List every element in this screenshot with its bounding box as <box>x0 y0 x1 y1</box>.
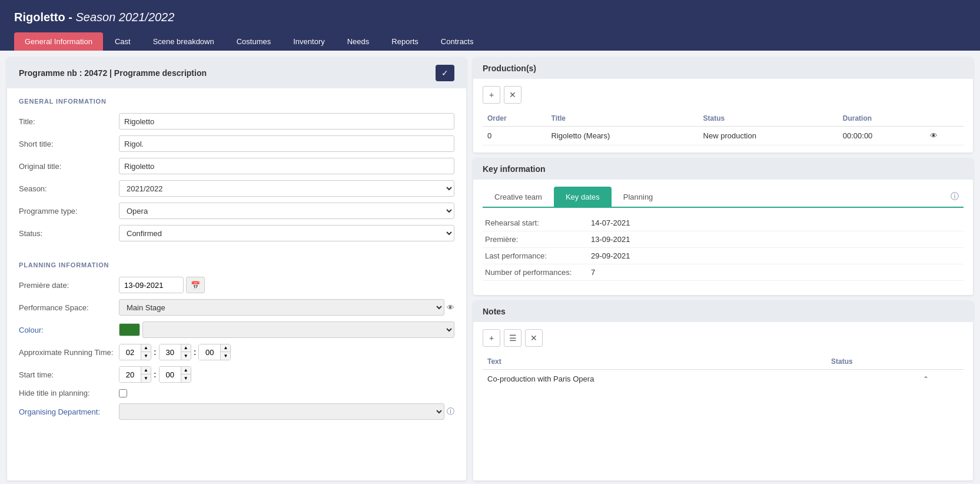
main-content: Programme nb : 20472 | Programme descrip… <box>0 51 980 484</box>
organising-dept-select[interactable] <box>119 403 444 420</box>
row-status: New production <box>699 127 838 145</box>
performance-space-select[interactable]: Main Stage <box>119 299 444 316</box>
colour-label: Colour: <box>19 326 119 334</box>
hide-title-label: Hide title in planning: <box>19 389 119 397</box>
notes-add-button[interactable]: + <box>483 329 500 347</box>
tab-reports[interactable]: Reports <box>381 32 429 51</box>
productions-remove-button[interactable]: ✕ <box>504 86 521 104</box>
row-eye[interactable]: 👁 <box>925 127 964 145</box>
notes-remove-button[interactable]: ✕ <box>525 329 543 347</box>
calendar-button[interactable]: 📅 <box>186 277 205 293</box>
tab-costumes[interactable]: Costumes <box>226 32 282 51</box>
start-minutes-down-button[interactable]: ▼ <box>181 374 191 382</box>
hide-title-checkbox[interactable] <box>119 389 127 397</box>
short-title-input[interactable] <box>119 135 454 152</box>
short-title-label: Short title: <box>19 140 119 148</box>
seconds-spinner: ▲ ▼ <box>198 344 231 360</box>
eye-icon[interactable]: 👁 <box>447 303 454 312</box>
start-hours-down-button[interactable]: ▼ <box>141 374 151 382</box>
seconds-up-button[interactable]: ▲ <box>221 344 230 352</box>
nav-tabs: General Information Cast Scene breakdown… <box>14 32 966 51</box>
color-swatch[interactable] <box>119 323 140 336</box>
premiere-date-group: 📅 <box>119 277 205 293</box>
last-performance-value: 29-09-2021 <box>591 251 630 260</box>
tab-scene-breakdown[interactable]: Scene breakdown <box>142 32 225 51</box>
minutes-up-button[interactable]: ▲ <box>181 344 191 352</box>
seconds-down-button[interactable]: ▼ <box>221 352 230 360</box>
season-row: Season: 2021/2022 <box>19 180 454 197</box>
notes-col-status: Status <box>826 354 918 370</box>
chevron-up-icon[interactable]: ⌃ <box>923 375 929 383</box>
start-time-sep: : <box>154 370 157 379</box>
hours-up-button[interactable]: ▲ <box>141 344 151 352</box>
programme-header-text: Programme nb : 20472 | Programme descrip… <box>19 68 207 78</box>
programme-type-label: Programme type: <box>19 207 119 216</box>
start-hours-up-button[interactable]: ▲ <box>141 367 151 374</box>
colour-select[interactable] <box>142 321 454 338</box>
last-performance-label: Last performance: <box>485 251 591 260</box>
productions-add-button[interactable]: + <box>483 86 500 104</box>
productions-toolbar: + ✕ <box>483 86 964 104</box>
start-minutes-input[interactable] <box>160 367 181 382</box>
premiere-value: 13-09-2021 <box>591 235 630 244</box>
minutes-down-button[interactable]: ▼ <box>181 352 191 360</box>
productions-card: Production(s) + ✕ Order Title Status Dur… <box>473 58 973 153</box>
time-separator-1: : <box>154 347 157 357</box>
general-info-section-title: GENERAL INFORMATION <box>19 98 454 105</box>
colour-group <box>119 321 454 338</box>
title-italic: Season 2021/2022 <box>75 11 174 24</box>
premiere-row: Première: 13-09-2021 <box>483 231 964 248</box>
running-seconds-input[interactable] <box>199 344 220 360</box>
table-row: 0 Rigoletto (Mears) New production 00:00… <box>483 127 964 145</box>
season-label: Season: <box>19 184 119 193</box>
num-performances-value: 7 <box>591 268 595 277</box>
note-status <box>826 370 918 389</box>
left-panel: Programme nb : 20472 | Programme descrip… <box>7 58 466 480</box>
running-hours-input[interactable] <box>119 344 141 360</box>
performance-space-label: Performance Space: <box>19 303 119 312</box>
short-title-row: Short title: <box>19 135 454 152</box>
status-select[interactable]: Confirmed <box>119 225 454 241</box>
original-title-input[interactable] <box>119 158 454 174</box>
key-information-header: Key information <box>473 158 973 180</box>
notes-col-actions <box>918 354 964 370</box>
key-info-tabs-bar: Creative team Key dates Planning ⓘ <box>483 187 964 208</box>
start-minutes-up-button[interactable]: ▲ <box>181 367 191 374</box>
tab-inventory[interactable]: Inventory <box>283 32 335 51</box>
title-input[interactable] <box>119 113 454 130</box>
start-minutes-btns: ▲ ▼ <box>181 367 191 382</box>
time-separator-2: : <box>194 347 197 357</box>
last-performance-row: Last performance: 29-09-2021 <box>483 248 964 264</box>
tab-creative-team[interactable]: Creative team <box>483 187 554 207</box>
start-hours-input[interactable] <box>119 367 141 382</box>
key-information-card: Key information Creative team Key dates … <box>473 158 973 295</box>
title-row: Title: <box>19 113 454 130</box>
tab-cast[interactable]: Cast <box>104 32 141 51</box>
tab-key-dates[interactable]: Key dates <box>554 187 612 207</box>
performance-space-row: Performance Space: Main Stage 👁 <box>19 299 454 316</box>
productions-table: Order Title Status Duration 0 Rigoletto … <box>483 111 964 145</box>
hide-title-row: Hide title in planning: <box>19 389 454 397</box>
season-select[interactable]: 2021/2022 <box>119 180 454 197</box>
premiere-date-label: Première date: <box>19 281 119 290</box>
save-button[interactable]: ✓ <box>436 65 454 81</box>
tab-general-information[interactable]: General Information <box>14 32 103 51</box>
notes-edit-button[interactable]: ☰ <box>504 329 521 347</box>
title-label: Title: <box>19 117 119 126</box>
help-icon[interactable]: ⓘ <box>946 187 964 207</box>
running-time-label: Approximate Running Time: <box>19 348 119 357</box>
programme-type-select[interactable]: Opera <box>119 203 454 219</box>
tab-planning[interactable]: Planning <box>612 187 665 207</box>
right-panel: Production(s) + ✕ Order Title Status Dur… <box>473 58 973 480</box>
notes-header: Notes <box>473 301 973 322</box>
info-icon: ⓘ <box>447 406 454 417</box>
running-minutes-input[interactable] <box>160 344 181 360</box>
tab-contracts[interactable]: Contracts <box>430 32 484 51</box>
start-time-row: Start time: ▲ ▼ : ▲ ▼ <box>19 366 454 383</box>
premiere-date-input[interactable] <box>119 277 184 293</box>
hours-down-button[interactable]: ▼ <box>141 352 151 360</box>
hours-spinner-btns: ▲ ▼ <box>141 344 151 360</box>
tab-needs[interactable]: Needs <box>337 32 380 51</box>
planning-info-section-title: PLANNING INFORMATION <box>19 261 454 268</box>
original-title-label: Original title: <box>19 162 119 171</box>
